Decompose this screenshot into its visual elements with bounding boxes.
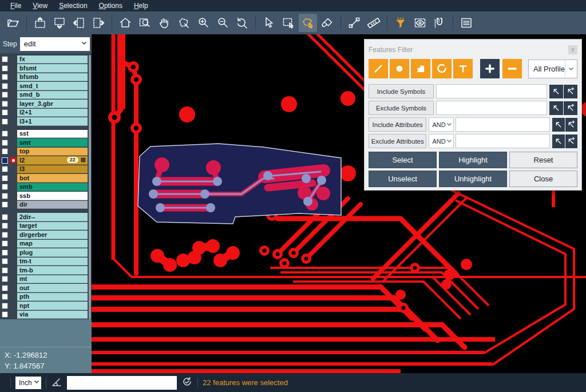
reset-button[interactable]: Reset: [509, 152, 577, 168]
close-icon[interactable]: x: [568, 45, 577, 54]
unhighlight-button[interactable]: Unhighlight: [439, 171, 507, 187]
layer-visibility-checkbox[interactable]: [2, 166, 8, 172]
feature-type-surface[interactable]: [411, 59, 430, 78]
tool-pan-down[interactable]: [50, 14, 69, 32]
layer-name[interactable]: l222⊞: [17, 156, 88, 165]
tool-select-rectangle[interactable]: [279, 14, 298, 32]
layer-name[interactable]: sst: [17, 130, 88, 138]
feature-type-pad[interactable]: [390, 59, 409, 78]
tool-zoom-out[interactable]: [213, 14, 232, 32]
layer-visibility-checkbox[interactable]: [2, 65, 8, 72]
exclude-attributes-pick-icon[interactable]: [552, 134, 564, 148]
layer-name[interactable]: smt: [17, 138, 88, 147]
profile-select[interactable]: All Profile: [528, 60, 577, 78]
layer-name[interactable]: smb: [17, 183, 88, 192]
layer-visibility-checkbox[interactable]: [2, 101, 8, 107]
layer-name[interactable]: top: [17, 148, 88, 156]
tool-paint-select[interactable]: [318, 14, 336, 32]
layer-name[interactable]: target: [17, 222, 88, 231]
tool-view-options[interactable]: [411, 14, 429, 32]
highlight-button[interactable]: Highlight: [439, 152, 507, 168]
tool-select-pointer[interactable]: [260, 14, 278, 32]
tool-pan-left[interactable]: [70, 14, 88, 32]
exclude-attributes-pick-add-icon[interactable]: [565, 134, 577, 148]
tool-home-view[interactable]: [116, 14, 134, 32]
tool-select-polygon[interactable]: [299, 14, 317, 32]
tool-pan-right[interactable]: [89, 14, 108, 32]
layer-name[interactable]: smd_t: [17, 82, 88, 90]
layer-name[interactable]: bfsmb: [17, 73, 88, 82]
layer-name[interactable]: mt: [17, 275, 88, 284]
menu-file[interactable]: File: [5, 0, 27, 11]
layer-name[interactable]: bfsmt: [17, 64, 88, 73]
layer-visibility-checkbox[interactable]: [2, 214, 8, 220]
layer-name[interactable]: l3: [17, 165, 88, 174]
tool-layers-panel[interactable]: [457, 14, 476, 32]
exclude-symbols-input[interactable]: [436, 101, 547, 115]
layer-visibility-checkbox[interactable]: [2, 193, 8, 199]
unselect-button[interactable]: Unselect: [369, 171, 437, 187]
layer-visibility-checkbox[interactable]: [2, 276, 8, 282]
include-symbols-button[interactable]: Include Symbols: [369, 84, 434, 98]
layer-name[interactable]: bot: [17, 174, 88, 183]
layer-name[interactable]: l3+1: [17, 117, 88, 126]
menu-options[interactable]: Options: [93, 0, 128, 11]
add-filter-button[interactable]: [480, 59, 500, 78]
select-button[interactable]: Select: [369, 152, 437, 168]
layer-visibility-checkbox[interactable]: [2, 250, 8, 256]
layer-visibility-checkbox[interactable]: [2, 148, 8, 155]
layer-visibility-checkbox[interactable]: [2, 109, 8, 116]
tool-pan-up[interactable]: [31, 14, 49, 32]
exclude-attributes-button[interactable]: Exclude Attributes: [369, 134, 426, 148]
layer-visibility-checkbox[interactable]: [2, 56, 8, 62]
layer-name[interactable]: ssb: [17, 192, 88, 200]
include-attributes-button[interactable]: Include Attributes: [369, 117, 426, 132]
layer-visibility-checkbox[interactable]: [2, 267, 8, 274]
layer-visibility-checkbox[interactable]: [2, 223, 8, 229]
include-attributes-operator-select[interactable]: AND: [429, 117, 454, 132]
layer-name[interactable]: smd_b: [17, 91, 88, 100]
exclude-symbols-button[interactable]: Exclude Symbols: [369, 101, 434, 115]
menu-help[interactable]: Help: [128, 0, 154, 11]
layer-visibility-checkbox[interactable]: [2, 294, 8, 300]
units-select[interactable]: Inch: [15, 377, 41, 389]
tool-measure-line[interactable]: [345, 14, 363, 32]
layer-visibility-checkbox[interactable]: [2, 157, 8, 164]
layer-visibility-checkbox[interactable]: [2, 201, 8, 208]
layer-visibility-checkbox[interactable]: [2, 74, 8, 80]
exclude-attributes-input[interactable]: [456, 134, 550, 148]
layer-name[interactable]: dirgerber: [17, 231, 88, 239]
tool-zoom-previous[interactable]: [233, 14, 251, 32]
layer-name[interactable]: layer_3.gbr: [17, 100, 88, 108]
include-attributes-pick-icon[interactable]: [552, 118, 564, 132]
layer-name[interactable]: tm-t: [17, 258, 88, 266]
layer-name[interactable]: via: [17, 311, 88, 319]
tool-pan-hand[interactable]: [155, 14, 173, 32]
close-button[interactable]: Close: [509, 171, 577, 187]
menu-view[interactable]: View: [27, 0, 53, 11]
layer-visibility-checkbox[interactable]: [2, 303, 8, 309]
layer-visibility-checkbox[interactable]: [2, 240, 8, 247]
include-attributes-input[interactable]: [456, 117, 550, 132]
layer-name[interactable]: plug: [17, 248, 88, 257]
remove-filter-button[interactable]: [502, 59, 522, 78]
feature-type-line[interactable]: [369, 59, 388, 78]
menu-selection[interactable]: Selection: [53, 0, 93, 11]
layer-list-scrollbar[interactable]: [89, 55, 91, 319]
layer-name[interactable]: pth: [17, 293, 88, 302]
layer-visibility-checkbox[interactable]: [2, 130, 8, 137]
tool-zoom-polygon[interactable]: [175, 14, 193, 32]
tool-zoom-in[interactable]: [194, 14, 212, 32]
layer-visibility-checkbox[interactable]: [2, 232, 8, 238]
include-attributes-pick-add-icon[interactable]: [565, 118, 577, 132]
exclude-symbols-pick-add-icon[interactable]: [564, 101, 577, 115]
tool-features-filter[interactable]: [391, 14, 410, 32]
layer-visibility-checkbox[interactable]: [2, 311, 8, 318]
layer-visibility-checkbox[interactable]: [2, 258, 8, 264]
layer-name[interactable]: out: [17, 284, 88, 292]
include-symbols-input[interactable]: [436, 84, 547, 98]
step-select[interactable]: edit: [20, 37, 90, 51]
layer-name[interactable]: 2dir--: [17, 213, 88, 221]
command-input[interactable]: [67, 376, 177, 390]
feature-type-arc[interactable]: [432, 59, 452, 78]
